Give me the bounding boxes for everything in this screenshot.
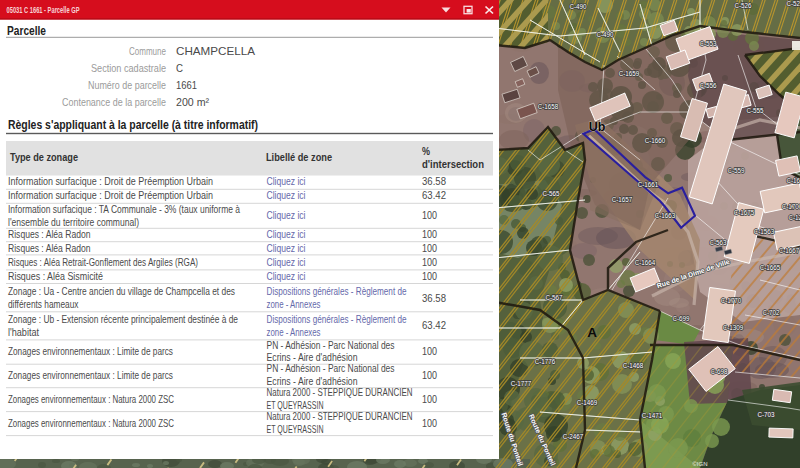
- svg-text:Information surfacique : Droit: Information surfacique : Droit de Préemp…: [8, 175, 213, 187]
- svg-text:Cliquez ici: Cliquez ici: [267, 189, 306, 201]
- svg-text:Zonage : Ua - Centre ancien du: Zonage : Ua - Centre ancien du village d…: [8, 285, 235, 297]
- svg-text:C-1661: C-1661: [638, 181, 659, 188]
- svg-text:A: A: [587, 325, 597, 340]
- svg-text:PN - Adhésion - Parc National: PN - Adhésion - Parc National des: [267, 362, 395, 374]
- svg-text:Cliquez ici: Cliquez ici: [267, 209, 306, 221]
- svg-text:36.58: 36.58: [422, 292, 446, 304]
- svg-text:l'ensemble du territoire commu: l'ensemble du territoire communal): [8, 216, 139, 228]
- svg-text:C-702: C-702: [762, 309, 780, 316]
- svg-text:C-1309: C-1309: [723, 324, 744, 331]
- svg-text:Risques : Aléa Sismicité: Risques : Aléa Sismicité: [8, 270, 103, 282]
- svg-text:Zonage : Ub - Extension récent: Zonage : Ub - Extension récente principa…: [8, 313, 238, 325]
- svg-text:Dispositions générales - Règle: Dispositions générales - Règlement de: [267, 285, 407, 297]
- svg-text:Section cadastrale: Section cadastrale: [91, 62, 166, 74]
- svg-text:Risques : Aléa Radon: Risques : Aléa Radon: [8, 242, 91, 254]
- svg-text:C-559: C-559: [727, 167, 745, 174]
- svg-text:C-1664: C-1664: [635, 259, 656, 266]
- svg-text:100: 100: [422, 345, 437, 357]
- svg-text:Zonages environnementaux : Lim: Zonages environnementaux : Limite de par…: [8, 345, 173, 357]
- svg-text:C-2467: C-2467: [563, 433, 584, 440]
- svg-text:Cliquez ici: Cliquez ici: [267, 228, 306, 240]
- svg-text:l'habitat: l'habitat: [8, 326, 39, 338]
- svg-text:zone - Annexes: zone - Annexes: [267, 298, 321, 310]
- svg-text:Cliquez ici: Cliquez ici: [267, 242, 306, 254]
- svg-text:ET QUEYRASSIN: ET QUEYRASSIN: [267, 423, 324, 435]
- svg-text:Zonages environnementaux : Lim: Zonages environnementaux : Limite de par…: [8, 369, 173, 381]
- svg-text:100: 100: [422, 369, 437, 381]
- svg-text:Dispositions générales - Règle: Dispositions générales - Règlement de: [267, 313, 407, 325]
- svg-text:C-563: C-563: [709, 239, 727, 246]
- svg-text:Ecrins - Aire d'adhésion: Ecrins - Aire d'adhésion: [267, 375, 358, 387]
- svg-text:C-1770: C-1770: [721, 297, 742, 304]
- svg-text:CHAMPCELLA: CHAMPCELLA: [176, 45, 255, 57]
- svg-text:Cliquez ici: Cliquez ici: [267, 270, 306, 282]
- svg-text:Zonages environnementaux : Nat: Zonages environnementaux : Natura 2000 Z…: [8, 417, 174, 429]
- svg-text:C-1658: C-1658: [538, 103, 559, 110]
- svg-text:C-1469: C-1469: [577, 399, 598, 406]
- svg-text:C-1468: C-1468: [623, 362, 644, 369]
- svg-text:C-1665: C-1665: [760, 264, 781, 271]
- svg-text:Type de zonage: Type de zonage: [10, 151, 78, 163]
- svg-text:différents hameaux: différents hameaux: [8, 298, 79, 310]
- svg-text:C-698: C-698: [710, 368, 728, 375]
- svg-text:200 m²: 200 m²: [176, 96, 209, 108]
- svg-text:Natura 2000 - STEPPIQUE DURANC: Natura 2000 - STEPPIQUE DURANCIEN: [267, 410, 413, 422]
- svg-text:Contenance de la parcelle: Contenance de la parcelle: [62, 96, 166, 108]
- svg-text:C-1675: C-1675: [734, 209, 755, 216]
- svg-text:d'intersection: d'intersection: [422, 158, 484, 170]
- svg-text:Parcelle: Parcelle: [7, 24, 46, 38]
- svg-text:C: C: [176, 62, 183, 74]
- svg-text:C-1563: C-1563: [754, 228, 775, 235]
- svg-text:C-1471: C-1471: [642, 412, 663, 419]
- svg-text:C-490: C-490: [596, 31, 614, 38]
- svg-text:Information surfacique : Droit: Information surfacique : Droit de Préemp…: [8, 189, 213, 201]
- svg-text:C-565: C-565: [542, 190, 560, 197]
- svg-text:100: 100: [422, 228, 437, 240]
- svg-text:C-527: C-527: [786, 0, 800, 7]
- svg-text:C-567: C-567: [545, 294, 563, 301]
- svg-text:C-1776: C-1776: [535, 358, 556, 365]
- svg-text:100: 100: [422, 417, 437, 429]
- svg-text:C-556: C-556: [699, 82, 717, 89]
- svg-text:100: 100: [422, 270, 437, 282]
- svg-text:36.58: 36.58: [422, 175, 446, 187]
- svg-text:C-555: C-555: [746, 107, 764, 114]
- svg-text:C-1777: C-1777: [511, 380, 532, 387]
- svg-text:C-1659: C-1659: [619, 70, 640, 77]
- svg-text:Risques : Aléa Retrait-Gonflem: Risques : Aléa Retrait-Gonflement des Ar…: [8, 256, 198, 268]
- svg-text:Information surfacique : TA Co: Information surfacique : TA Communale - …: [8, 203, 240, 215]
- svg-text:Ub: Ub: [589, 120, 606, 134]
- svg-text:Zonages environnementaux : Nat: Zonages environnementaux : Natura 2000 Z…: [8, 393, 174, 405]
- svg-text:Commune: Commune: [129, 45, 166, 57]
- svg-text:Cliquez ici: Cliquez ici: [267, 175, 306, 187]
- svg-text:C-1667: C-1667: [779, 247, 800, 254]
- svg-text:C-166: C-166: [786, 177, 800, 184]
- svg-text:Ecrins - Aire d'adhésion: Ecrins - Aire d'adhésion: [267, 351, 358, 363]
- svg-text:C-553: C-553: [699, 40, 717, 47]
- svg-text:1661: 1661: [176, 79, 197, 91]
- svg-text:zone - Annexes: zone - Annexes: [267, 326, 321, 338]
- svg-text:C-699: C-699: [672, 315, 690, 322]
- svg-text:100: 100: [422, 256, 437, 268]
- svg-text:C-526: C-526: [734, 2, 752, 9]
- svg-text:100: 100: [422, 393, 437, 405]
- svg-text:C-1660: C-1660: [645, 137, 666, 144]
- svg-text:Libellé de zone: Libellé de zone: [266, 151, 332, 163]
- svg-text:05031 C 1661 - Parcelle GP: 05031 C 1661 - Parcelle GP: [7, 5, 80, 15]
- svg-text:C-1700: C-1700: [782, 203, 800, 210]
- svg-text:Règles s'appliquant à la parce: Règles s'appliquant à la parcelle (à tit…: [8, 118, 258, 132]
- svg-text:Natura 2000 - STEPPIQUE DURANC: Natura 2000 - STEPPIQUE DURANCIEN: [267, 386, 413, 398]
- svg-text:C-120: C-120: [788, 214, 800, 221]
- svg-text:Cliquez ici: Cliquez ici: [267, 256, 306, 268]
- svg-text:©IGN: ©IGN: [692, 461, 707, 467]
- svg-text:PN - Adhésion - Parc National: PN - Adhésion - Parc National des: [267, 339, 395, 351]
- svg-text:100: 100: [422, 209, 437, 221]
- svg-text:C-1663: C-1663: [655, 212, 676, 219]
- svg-text:C-1657: C-1657: [612, 196, 633, 203]
- svg-text:63.42: 63.42: [422, 189, 446, 201]
- svg-text:100: 100: [422, 242, 437, 254]
- svg-text:Risques : Aléa Radon: Risques : Aléa Radon: [8, 228, 91, 240]
- svg-text:63.42: 63.42: [422, 319, 446, 331]
- svg-text:C-490: C-490: [569, 3, 587, 10]
- svg-text:%: %: [422, 145, 431, 157]
